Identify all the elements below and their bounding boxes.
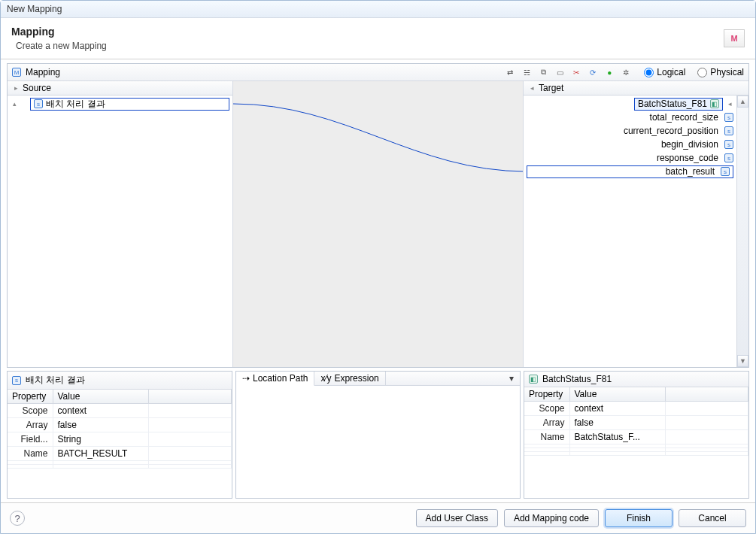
mapping-icon: M — [724, 29, 745, 47]
window-title: New Mapping — [7, 4, 62, 14]
tool-tree-icon[interactable]: ☵ — [521, 66, 533, 78]
mapping-panel-label: Mapping — [26, 67, 60, 77]
string-type-icon: s — [12, 376, 21, 385]
source-node-label: 배치 처리 결과 — [46, 98, 105, 111]
col-property[interactable]: Property — [8, 390, 53, 404]
collapse-icon[interactable]: ◂ — [528, 84, 536, 92]
string-type-icon: s — [724, 126, 733, 135]
table-row: NameBATCH_RESULT — [8, 447, 232, 461]
tool-copy-icon[interactable]: ⧉ — [537, 66, 549, 78]
expression-body[interactable] — [236, 386, 520, 498]
mapping-canvas[interactable] — [233, 81, 523, 367]
string-type-icon: s — [724, 113, 733, 122]
target-header: ◂ Target — [524, 81, 748, 96]
source-node-batch-result[interactable]: s 배치 처리 결과 — [30, 98, 229, 111]
table-row: Field...String — [8, 432, 232, 447]
source-header: ▸ Source — [8, 81, 232, 96]
help-icon[interactable]: ? — [10, 511, 25, 526]
col-value[interactable]: Value — [53, 390, 149, 404]
tab-expression[interactable]: x⁄y Expression — [314, 372, 385, 385]
tab-dropdown-icon[interactable]: ▾ — [503, 372, 520, 385]
add-user-class-button[interactable]: Add User Class — [416, 509, 498, 527]
expression-panel: ⇢ Location Path x⁄y Expression ▾ — [235, 371, 521, 499]
target-node-label: BatchStatus_F81 — [638, 99, 707, 109]
source-properties-table: Property Value Scopecontext Arrayfalse F… — [8, 390, 232, 469]
tool-link-icon[interactable]: ⇄ — [504, 66, 516, 78]
col-value[interactable]: Value — [569, 387, 666, 402]
table-row: Arrayfalse — [8, 418, 232, 432]
string-type-icon: s — [34, 99, 43, 108]
expand-icon[interactable]: ◂ — [726, 100, 733, 108]
mapping-toolbar: ⇄ ☵ ⧉ ▭ ✂ ⟳ ● ✲ Logical Physical — [504, 66, 744, 78]
col-property[interactable]: Property — [524, 387, 569, 402]
view-logical-radio[interactable]: Logical — [639, 67, 685, 77]
tab-location-path[interactable]: ⇢ Location Path — [236, 372, 314, 386]
scroll-down-icon[interactable]: ▼ — [737, 355, 748, 367]
source-properties-panel: s 배치 처리 결과 Property Value Scopecontext A… — [7, 371, 232, 499]
source-tree: ▴ s 배치 처리 결과 — [8, 96, 232, 367]
target-properties-panel: ◧ BatchStatus_F81 Property Value Scopeco… — [524, 371, 749, 499]
tool-settings-icon[interactable]: ✲ — [620, 66, 632, 78]
target-node-batchstatus[interactable]: BatchStatus_F81 ◧ — [634, 98, 723, 111]
finish-button[interactable]: Finish — [605, 509, 673, 527]
expr-icon: x⁄y — [320, 373, 331, 384]
group-type-icon: ◧ — [710, 99, 719, 108]
scroll-up-icon[interactable]: ▲ — [737, 96, 748, 108]
source-label: Source — [23, 83, 51, 93]
mapping-panel-header: M Mapping ⇄ ☵ ⧉ ▭ ✂ ⟳ ● ✲ Logical — [8, 64, 748, 81]
target-node-current-record-position[interactable]: current_record_position — [527, 126, 721, 136]
table-row: Arrayfalse — [524, 416, 748, 430]
target-tree: BatchStatus_F81 ◧ ◂ total_record_size s … — [524, 96, 748, 367]
tool-paste-icon[interactable]: ▭ — [554, 66, 566, 78]
path-icon: ⇢ — [242, 373, 250, 384]
collapse-icon[interactable]: ▸ — [12, 84, 20, 92]
mapping-icon-small: M — [12, 68, 21, 77]
string-type-icon: s — [724, 140, 733, 149]
dialog-window: New Mapping Mapping Create a new Mapping… — [0, 0, 756, 534]
target-node-batch-result[interactable]: batch_result s — [527, 165, 733, 178]
dialog-footer: ? Add User Class Add Mapping code Finish… — [1, 502, 755, 533]
target-properties-table: Property Value Scopecontext Arrayfalse N… — [524, 387, 748, 456]
target-node-response-code[interactable]: response_code — [527, 153, 721, 163]
group-type-icon: ◧ — [529, 375, 538, 384]
view-physical-radio[interactable]: Physical — [693, 67, 744, 77]
table-row: NameBatchStatus_F... — [524, 430, 748, 444]
string-type-icon: s — [724, 153, 733, 162]
tool-greenball-icon[interactable]: ● — [603, 66, 615, 78]
dialog-header: Mapping Create a new Mapping M — [1, 18, 755, 59]
page-title: Mapping — [11, 26, 107, 38]
window-titlebar[interactable]: New Mapping — [1, 1, 755, 18]
target-properties-title: BatchStatus_F81 — [542, 374, 612, 384]
target-node-begin-division[interactable]: begin_division — [527, 139, 721, 150]
scrollbar[interactable]: ▲ ▼ — [736, 96, 748, 367]
tool-cut-icon[interactable]: ✂ — [570, 66, 582, 78]
tool-refresh-icon[interactable]: ⟳ — [587, 66, 599, 78]
string-type-icon: s — [721, 167, 730, 176]
page-subtitle: Create a new Mapping — [16, 41, 107, 51]
cancel-button[interactable]: Cancel — [679, 509, 746, 527]
expand-icon[interactable]: ▴ — [11, 100, 18, 108]
add-mapping-code-button[interactable]: Add Mapping code — [504, 509, 599, 527]
source-properties-title: 배치 처리 결과 — [26, 374, 85, 387]
target-label: Target — [539, 83, 563, 93]
table-row: Scopecontext — [524, 402, 748, 416]
target-node-total-record-size[interactable]: total_record_size — [527, 112, 721, 123]
table-row: Scopecontext — [8, 404, 232, 418]
